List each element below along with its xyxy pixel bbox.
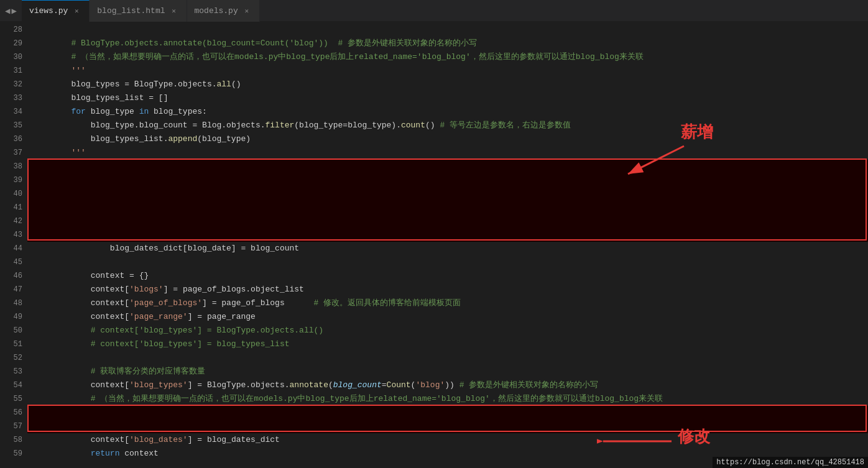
arrow-xiugai-svg: [597, 432, 678, 451]
line-31: 31: [0, 64, 22, 78]
line-35: 35: [0, 119, 22, 132]
tab-models-py-label: models.py: [195, 6, 238, 16]
tab-models-py-close[interactable]: ✕: [242, 6, 252, 16]
code-line-45: context = {}: [27, 255, 868, 269]
code-line-55: [27, 392, 868, 406]
code-line-38: # 获取日期归档对应的博客数量: [27, 160, 868, 173]
code-line-49: # context['blog_types'] = BlogType.objec…: [27, 310, 868, 324]
code-line-37: [27, 146, 868, 160]
code-line-32: blog_types_list = []: [27, 78, 868, 91]
line-38: 38: [0, 160, 22, 173]
editor-container: ◀ ▶ views.py ✕ blog_list.html ✕ models.p…: [0, 0, 868, 468]
line-45: 45: [0, 255, 22, 269]
line-47: 47: [0, 283, 22, 296]
line-41: 41: [0, 201, 22, 214]
code-line-53: context['blog_types'] = BlogType.objects…: [27, 365, 868, 379]
line-46: 46: [0, 269, 22, 283]
tab-blog-list-html-close[interactable]: ✕: [169, 6, 179, 16]
arrow-xinzeng: [616, 143, 690, 183]
line-53: 53: [0, 365, 22, 379]
code-line-51: [27, 337, 868, 351]
code-line-50: # context['blog_types'] = blog_types_lis…: [27, 324, 868, 337]
code-line-29: # （当然，如果想要明确一点的话，也可以在models.py中blog_type…: [27, 37, 868, 50]
tab-views-py[interactable]: views.py ✕: [22, 0, 90, 22]
line-numbers: 28 29 30 31 32 33 34 35 36 37 38 39 40 4…: [0, 23, 27, 461]
line-57: 57: [0, 420, 22, 433]
arrow-xiugai: [597, 432, 678, 453]
code-line-28: # BlogType.objects.annotate(blog_count=C…: [27, 23, 868, 37]
code-line-35: blog_types_list.append(blog_type): [27, 119, 868, 132]
tab-bar: ◀ ▶ views.py ✕ blog_list.html ✕ models.p…: [0, 0, 868, 22]
code-line-57: context['blog_dates'] = blog_dates_dict: [27, 420, 868, 433]
annotation-xiugai: 修改: [678, 426, 710, 447]
code-line-34: blog_type.blog_count = Blog.objects.filt…: [27, 105, 868, 119]
tab-views-py-label: views.py: [29, 6, 68, 16]
code-line-52: # 获取博客分类的对应博客数量: [27, 351, 868, 365]
nav-arrows[interactable]: ◀ ▶: [0, 6, 22, 16]
code-line-46: context['blogs'] = page_of_blogs.object_…: [27, 269, 868, 283]
line-39: 39: [0, 173, 22, 187]
line-28: 28: [0, 23, 22, 37]
code-line-42: blog_count = Blog.objects.filter(created…: [27, 214, 868, 228]
tab-models-py[interactable]: models.py ✕: [187, 0, 260, 22]
line-58: 58: [0, 433, 22, 447]
line-30: 30: [0, 50, 22, 64]
line-52: 52: [0, 351, 22, 365]
line-48: 48: [0, 296, 22, 310]
code-line-43: blog_dates_dict[blog_date] = blog_count: [27, 228, 868, 242]
code-line-54: # （当然，如果想要明确一点的话，也可以在models.py中blog_type…: [27, 379, 868, 392]
code-line-31: blog_types = BlogType.objects.all(): [27, 64, 868, 78]
code-line-41: for blog_date in blog_dates:: [27, 201, 868, 214]
line-29: 29: [0, 37, 22, 50]
tab-blog-list-html[interactable]: blog_list.html ✕: [90, 0, 187, 22]
code-line-44: [27, 242, 868, 255]
code-content[interactable]: # BlogType.objects.annotate(blog_count=C…: [27, 23, 868, 461]
line-54: 54: [0, 379, 22, 392]
line-59: 59: [0, 447, 22, 461]
line-56: 56: [0, 406, 22, 420]
line-51: 51: [0, 337, 22, 351]
line-43: 43: [0, 228, 22, 242]
line-55: 55: [0, 392, 22, 406]
line-37: 37: [0, 146, 22, 160]
tab-views-py-close[interactable]: ✕: [72, 6, 81, 16]
line-33: 33: [0, 91, 22, 105]
code-line-39: blog_dates = Blog.objects.dates('created…: [27, 173, 868, 187]
code-line-58: return context: [27, 433, 868, 447]
code-line-33: for blog_type in blog_types:: [27, 91, 868, 105]
tab-blog-list-html-label: blog_list.html: [97, 6, 165, 16]
code-line-56: # context['blog_dates'] = Blog.objects.d…: [27, 406, 868, 420]
line-32: 32: [0, 78, 22, 91]
code-line-47: context['page_of_blogs'] = page_of_blogs…: [27, 283, 868, 296]
annotation-xinzeng: 薪增: [681, 121, 713, 143]
line-34: 34: [0, 105, 22, 119]
line-44: 44: [0, 242, 22, 255]
line-49: 49: [0, 310, 22, 324]
code-line-36: ''': [27, 132, 868, 146]
line-50: 50: [0, 324, 22, 337]
code-line-48: context['page_range'] = page_range: [27, 296, 868, 310]
code-line-30: ''': [27, 50, 868, 64]
line-36: 36: [0, 132, 22, 146]
url-bar: https://blog.csdn.net/qq_42851418: [713, 457, 868, 468]
code-area: 28 29 30 31 32 33 34 35 36 37 38 39 40 4…: [0, 22, 868, 461]
line-42: 42: [0, 214, 22, 228]
arrow-xinzeng-svg: [616, 143, 690, 180]
code-line-40: blog_dates_dict ={}: [27, 187, 868, 201]
line-40: 40: [0, 187, 22, 201]
svg-line-1: [628, 146, 684, 174]
